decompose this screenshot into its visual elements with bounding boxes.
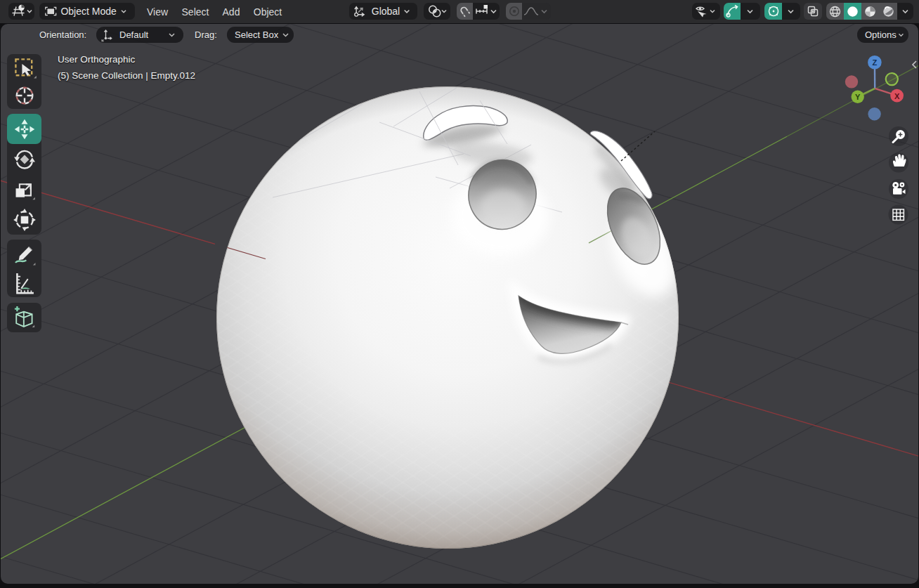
- svg-text:Z: Z: [873, 58, 878, 67]
- svg-text:X: X: [894, 92, 900, 100]
- svg-text:Y: Y: [855, 93, 861, 101]
